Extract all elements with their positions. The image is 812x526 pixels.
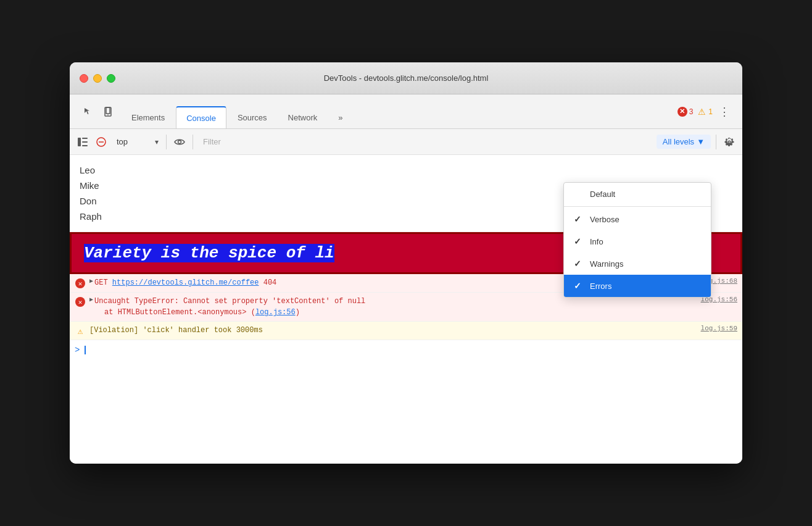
error-badge-icon: ✕	[677, 107, 687, 117]
devtools-right-controls: ✕ 3 ⚠ 1 ⋮	[673, 102, 737, 121]
svg-rect-4	[82, 138, 88, 139]
expand-arrow-1[interactable]: ▶	[89, 296, 93, 303]
live-expressions-icon[interactable]	[172, 134, 188, 150]
console-toolbar: top ▾ All levels ▼	[70, 129, 742, 155]
warning-count: 1	[708, 107, 713, 116]
context-select-wrapper: top ▾	[112, 135, 161, 149]
tab-console[interactable]: Console	[176, 106, 226, 128]
devtools-toolbar	[75, 94, 122, 128]
log-levels-button[interactable]: All levels ▼	[657, 135, 711, 149]
check-warnings: ✓	[574, 259, 584, 269]
devtools-tab-bar: Elements Console Sources Network » ✕ 3 ⚠	[70, 94, 742, 129]
context-select[interactable]: top	[112, 135, 161, 149]
dropdown-divider	[564, 206, 711, 207]
log-link-0[interactable]: https://devtools.glitch.me/coffee	[112, 278, 259, 287]
check-errors: ✓	[574, 281, 584, 291]
tab-elements[interactable]: Elements	[122, 106, 175, 128]
traffic-lights	[80, 74, 115, 83]
more-options-icon[interactable]: ⋮	[716, 102, 732, 121]
dropdown-label-default: Default	[590, 190, 615, 199]
warning-badge: ⚠ 1	[697, 107, 713, 117]
log-link-1[interactable]: log.js:56	[255, 308, 296, 317]
dropdown-item-verbose[interactable]: ✓ Verbose	[564, 208, 711, 230]
check-verbose: ✓	[574, 214, 584, 224]
devtools-window: DevTools - devtools.glitch.me/console/lo…	[70, 62, 742, 464]
error-count: 3	[689, 107, 694, 116]
toolbar-divider-3	[716, 135, 716, 149]
warning-icon-2: ⚠	[75, 325, 86, 336]
check-info: ✓	[574, 236, 584, 246]
error-icon-0: ✕	[75, 278, 86, 289]
dropdown-item-info[interactable]: ✓ Info	[564, 230, 711, 253]
dropdown-label-errors: Errors	[590, 282, 611, 291]
svg-rect-6	[82, 145, 88, 146]
svg-rect-3	[78, 138, 81, 146]
log-source-2[interactable]: log.js:59	[701, 325, 737, 332]
log-text-1: Uncaught TypeError: Cannot set property …	[94, 296, 696, 318]
clear-console-button[interactable]	[93, 134, 109, 150]
levels-label: All levels	[663, 137, 694, 146]
console-settings-icon[interactable]	[721, 134, 737, 150]
close-button[interactable]	[80, 74, 88, 83]
console-content: Leo Mike Don Raph Variety is the spice o…	[70, 155, 742, 464]
svg-rect-1	[106, 107, 110, 114]
levels-dropdown-arrow: ▼	[697, 137, 705, 146]
dropdown-label-warnings: Warnings	[590, 259, 623, 269]
prompt-cursor[interactable]	[85, 346, 86, 354]
log-sub-text-1: at HTMLButtonElement.<anonymous> (log.js…	[94, 307, 696, 318]
toolbar-divider-2	[193, 135, 193, 149]
prompt-chevron: >	[75, 345, 80, 355]
warning-badge-icon: ⚠	[697, 107, 706, 117]
svg-rect-5	[82, 141, 88, 143]
tab-network[interactable]: Network	[278, 106, 328, 128]
error-badge: ✕ 3	[677, 107, 694, 117]
dropdown-item-warnings[interactable]: ✓ Warnings	[564, 253, 711, 275]
svg-point-9	[178, 140, 181, 143]
levels-dropdown: Default ✓ Verbose ✓ Info ✓ Warnings ✓ Er…	[563, 182, 711, 298]
check-default	[574, 189, 584, 199]
console-prompt: >	[70, 340, 742, 360]
window-title: DevTools - devtools.glitch.me/console/lo…	[324, 73, 489, 83]
dropdown-label-verbose: Verbose	[590, 215, 619, 224]
svg-point-2	[107, 114, 109, 115]
minimize-button[interactable]	[93, 74, 102, 83]
tab-more[interactable]: »	[328, 106, 352, 128]
title-bar: DevTools - devtools.glitch.me/console/lo…	[70, 62, 742, 94]
tab-sources[interactable]: Sources	[228, 106, 277, 128]
toolbar-divider	[166, 135, 167, 149]
variety-text: Variety is the spice of li	[84, 244, 334, 262]
sidebar-toggle-button[interactable]	[75, 134, 91, 150]
error-icon-1: ✕	[75, 296, 86, 307]
filter-input[interactable]	[198, 135, 654, 149]
log-entry-2: ⚠ [Violation] 'click' handler took 3000m…	[70, 322, 742, 340]
maximize-button[interactable]	[107, 74, 115, 83]
list-item: Leo	[80, 162, 732, 178]
tabs-list: Elements Console Sources Network »	[122, 94, 673, 128]
expand-arrow-0[interactable]: ▶	[89, 277, 93, 285]
log-text-2: [Violation] 'click' handler took 3000ms	[89, 325, 696, 336]
dropdown-item-default[interactable]: Default	[564, 183, 711, 205]
dropdown-item-errors[interactable]: ✓ Errors	[564, 275, 711, 297]
inspect-icon[interactable]	[80, 103, 97, 120]
device-toolbar-icon[interactable]	[99, 103, 117, 120]
dropdown-label-info: Info	[590, 237, 603, 246]
